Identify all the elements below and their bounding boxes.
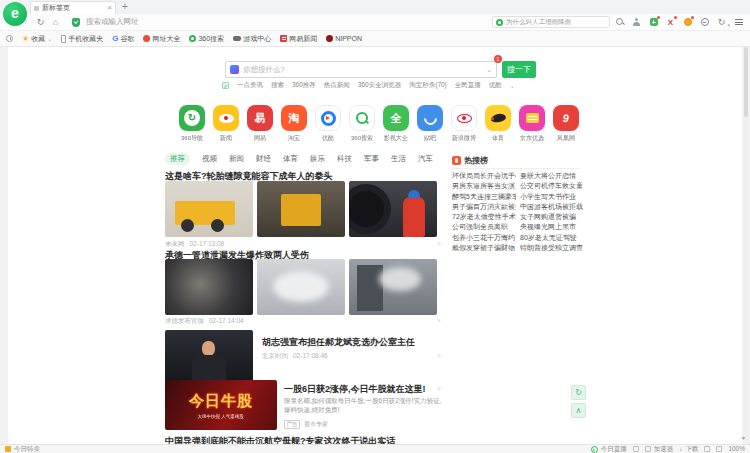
app-shortcut-news[interactable]: 新闻 [211, 105, 241, 143]
news-thumbnail[interactable] [165, 259, 253, 315]
news-tab[interactable]: 娱乐 [310, 154, 325, 164]
wallet-icon[interactable] [682, 17, 693, 28]
scrollbar-down-icon[interactable]: ▾ [742, 434, 745, 441]
news-tab[interactable]: 财经 [256, 154, 271, 164]
news-thumbnail[interactable] [349, 181, 437, 237]
hot-search-item[interactable]: 醉驾5天连撞三辆豪车 [452, 192, 516, 202]
bookmark-item-360-search[interactable]: 360搜索 [189, 34, 224, 44]
hot-search-item[interactable]: 公交司机停车救女童 [520, 181, 584, 191]
search-tab[interactable]: 热点新闻 [324, 81, 350, 90]
app-shortcut-ifeng[interactable]: 9 凤凰网 [551, 105, 581, 143]
hot-search-item[interactable]: 女子网购退货被骗 [520, 212, 584, 222]
news-thumbnail[interactable] [165, 181, 253, 237]
news-thumbnail[interactable] [165, 330, 253, 384]
news-tab[interactable]: 生活 [391, 154, 406, 164]
hot-search-item[interactable]: 80岁老太无证驾驶 [520, 233, 584, 243]
search-tab[interactable]: 优酷 [489, 81, 502, 90]
statusbar-download[interactable]: ↓ 下载 [679, 445, 698, 453]
search-icon[interactable] [616, 18, 625, 27]
app-shortcut-youku[interactable]: 优酷 [313, 105, 343, 143]
search-button[interactable]: 搜一下 [502, 61, 536, 78]
hot-search-item[interactable]: 男子骗百万消灾款被捕 [452, 202, 516, 212]
hot-search-item[interactable]: 中国游客机场被拒载 [520, 202, 584, 212]
zoom-level[interactable]: 100% [728, 445, 745, 453]
hot-search-item[interactable]: 央视曝光网上黑市 [520, 222, 584, 232]
home-icon[interactable]: ⌂ [51, 15, 60, 29]
app-shortcut-360-search[interactable]: 360搜索 [347, 105, 377, 143]
news-thumbnails[interactable] [165, 181, 437, 237]
news-thumbnail[interactable] [349, 259, 437, 315]
app-shortcut-tieba[interactable]: 贴吧 [415, 105, 445, 143]
xunlei-download-icon[interactable]: X [665, 17, 676, 28]
dismiss-icon[interactable]: × [437, 352, 441, 359]
restore-session-icon[interactable]: ↻▾ [716, 17, 727, 28]
refresh-icon[interactable]: ↻ [36, 15, 45, 29]
new-tab-button[interactable]: + [122, 1, 128, 12]
browser-tab[interactable]: 新标签页 × [30, 1, 116, 14]
news-tab[interactable]: 科技 [337, 154, 352, 164]
news-tab[interactable]: 军事 [364, 154, 379, 164]
window-icon[interactable] [633, 446, 639, 452]
clock-icon[interactable] [716, 446, 722, 452]
statusbar-live[interactable]: ▸ 今日直播 [591, 445, 627, 453]
bookmark-item-netease-news[interactable]: 网易新闻 [280, 34, 317, 44]
chevron-down-icon[interactable]: ⌄ [510, 82, 515, 89]
news-tab[interactable]: 视频 [202, 154, 217, 164]
statusbar-deals[interactable]: 今日特卖 [5, 445, 40, 453]
app-shortcut-movies[interactable]: 全 影视大全 [381, 105, 411, 143]
browser-logo-icon[interactable]: e [3, 2, 27, 26]
change-skin-button[interactable]: ↻ [571, 385, 586, 400]
search-tab[interactable]: 一点资讯 [237, 81, 263, 90]
main-search-input[interactable] [243, 62, 482, 77]
hot-search-item[interactable]: 曼联大将公开恋情 [520, 171, 584, 181]
news-headline[interactable]: 胡志强宣布担任郝龙斌竞选办公室主任 [262, 336, 415, 349]
statusbar-accelerator[interactable]: 加速器 [645, 445, 674, 453]
app-shortcut-360-nav[interactable]: ↻ 360导航 [177, 105, 207, 143]
dismiss-icon[interactable]: × [437, 385, 441, 392]
app-shortcut-sports[interactable]: 体育 [483, 105, 513, 143]
quick-search-box[interactable]: 为什么叫人工增雨降雨 [492, 16, 610, 28]
address-bar[interactable]: 搜索或输入网址 [86, 17, 139, 27]
news-thumbnails[interactable] [165, 259, 437, 315]
menu-icon[interactable] [733, 17, 744, 28]
news-tab[interactable]: 汽车 [418, 154, 433, 164]
bookmark-item-favorites[interactable]: ★ 收藏 ⌄ [22, 34, 52, 44]
bookmark-item-game-center[interactable]: 游戏中心 [233, 34, 271, 44]
search-tab[interactable]: 360推荐 [292, 81, 316, 90]
quick-search-query[interactable]: 为什么叫人工增雨降雨 [506, 18, 571, 27]
news-thumbnail[interactable] [257, 181, 345, 237]
search-tab[interactable]: 360安全浏览器 [358, 81, 401, 90]
app-shortcut-netease[interactable]: 易 网易 [245, 105, 275, 143]
search-tab[interactable]: 全民直播 [455, 81, 481, 90]
dismiss-icon[interactable]: × [437, 240, 441, 247]
history-button[interactable] [6, 35, 13, 42]
hot-search-item[interactable]: 小学生写天书作业 [520, 192, 584, 202]
news-thumbnail[interactable] [257, 259, 345, 315]
hot-search-item[interactable]: 男房东逼房客当女演员 [452, 181, 516, 191]
dismiss-icon[interactable]: × [437, 317, 441, 324]
hot-search-item[interactable]: 公司强制全员离职 [452, 222, 516, 232]
scrollbar-thumb[interactable] [744, 47, 748, 117]
hot-search-item[interactable]: 环保局局长开会玩手机 [452, 171, 516, 181]
extensions-icon[interactable] [648, 17, 659, 28]
search-tab[interactable]: 淘宝秒杀(70) [409, 81, 447, 90]
search-tab[interactable]: 搜索 [271, 81, 284, 90]
ad-headline[interactable]: 一股6日获2涨停,今日牛股就在这里! [284, 383, 426, 396]
hot-search-item[interactable]: 72岁老太做变性手术 [452, 212, 516, 222]
bookmark-item-google[interactable]: G 谷歌 [112, 34, 134, 44]
news-tab[interactable]: 体育 [283, 154, 298, 164]
ad-banner[interactable]: 今日牛股 大牌牛快报 人气爆棚股 [165, 380, 277, 430]
app-shortcut-jd[interactable]: 京东优选 [517, 105, 547, 143]
tab-close-icon[interactable]: × [107, 4, 112, 12]
user-icon[interactable] [631, 17, 642, 28]
back-to-top-button[interactable]: ∧ [571, 403, 586, 418]
search-engine-dropdown-icon[interactable]: ⌄ [486, 66, 492, 74]
check-icon[interactable]: ✓ [222, 82, 229, 89]
app-shortcut-taobao[interactable]: 淘 淘宝 [279, 105, 309, 143]
news-tab-recommended[interactable]: 推荐 [165, 153, 190, 165]
bookmark-item-mobile-favorites[interactable]: 手机收藏夹 [61, 34, 103, 44]
hot-search-item[interactable]: 戴假发穿裙子骗财物 [452, 243, 516, 253]
screenshot-icon[interactable] [699, 17, 710, 28]
hot-search-item[interactable]: 包养小三花千万悔约 [452, 233, 516, 243]
bookmark-item-nippon[interactable]: NIPPON [326, 35, 362, 42]
